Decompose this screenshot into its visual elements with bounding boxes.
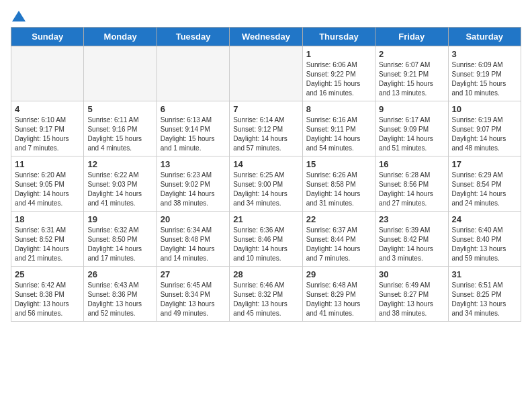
day-info: Sunrise: 6:07 AM Sunset: 9:21 PM Dayligh… [379,60,444,98]
day-cell: 18Sunrise: 6:31 AM Sunset: 8:52 PM Dayli… [11,212,84,267]
day-number: 16 [379,159,444,169]
week-row-4: 18Sunrise: 6:31 AM Sunset: 8:52 PM Dayli… [11,212,521,267]
day-number: 29 [306,269,371,279]
day-info: Sunrise: 6:43 AM Sunset: 8:36 PM Dayligh… [87,281,152,318]
day-info: Sunrise: 6:46 AM Sunset: 8:32 PM Dayligh… [233,281,298,318]
day-cell: 16Sunrise: 6:28 AM Sunset: 8:56 PM Dayli… [375,156,448,212]
header [11,11,521,19]
day-cell: 7Sunrise: 6:14 AM Sunset: 9:12 PM Daylig… [230,101,302,156]
day-info: Sunrise: 6:37 AM Sunset: 8:44 PM Dayligh… [306,226,371,263]
day-info: Sunrise: 6:48 AM Sunset: 8:29 PM Dayligh… [306,281,371,318]
day-header-monday: Monday [84,28,157,46]
logo-icon [12,11,26,21]
day-number: 19 [87,214,152,224]
day-number: 1 [306,49,371,59]
day-cell: 15Sunrise: 6:26 AM Sunset: 8:58 PM Dayli… [302,156,375,212]
day-cell [157,46,229,101]
day-number: 7 [233,104,298,114]
day-cell: 23Sunrise: 6:39 AM Sunset: 8:42 PM Dayli… [375,212,448,267]
day-header-tuesday: Tuesday [157,28,229,46]
day-info: Sunrise: 6:22 AM Sunset: 9:03 PM Dayligh… [87,171,152,208]
day-cell: 29Sunrise: 6:48 AM Sunset: 8:29 PM Dayli… [302,267,375,322]
week-row-1: 1Sunrise: 6:06 AM Sunset: 9:22 PM Daylig… [11,46,521,101]
day-cell: 4Sunrise: 6:10 AM Sunset: 9:17 PM Daylig… [11,101,84,156]
logo [11,11,26,19]
week-row-5: 25Sunrise: 6:42 AM Sunset: 8:38 PM Dayli… [11,267,521,322]
day-cell: 2Sunrise: 6:07 AM Sunset: 9:21 PM Daylig… [375,46,448,101]
day-info: Sunrise: 6:20 AM Sunset: 9:05 PM Dayligh… [15,171,80,208]
day-number: 30 [379,269,444,279]
day-info: Sunrise: 6:39 AM Sunset: 8:42 PM Dayligh… [379,226,444,263]
day-info: Sunrise: 6:26 AM Sunset: 8:58 PM Dayligh… [306,171,371,208]
day-info: Sunrise: 6:31 AM Sunset: 8:52 PM Dayligh… [15,226,80,263]
day-cell: 26Sunrise: 6:43 AM Sunset: 8:36 PM Dayli… [84,267,157,322]
day-cell: 22Sunrise: 6:37 AM Sunset: 8:44 PM Dayli… [302,212,375,267]
day-cell: 14Sunrise: 6:25 AM Sunset: 9:00 PM Dayli… [230,156,302,212]
week-row-3: 11Sunrise: 6:20 AM Sunset: 9:05 PM Dayli… [11,156,521,212]
svg-marker-0 [12,11,26,21]
day-cell: 21Sunrise: 6:36 AM Sunset: 8:46 PM Dayli… [230,212,302,267]
day-number: 6 [161,104,226,114]
day-number: 17 [452,159,517,169]
day-cell: 11Sunrise: 6:20 AM Sunset: 9:05 PM Dayli… [11,156,84,212]
day-cell: 8Sunrise: 6:16 AM Sunset: 9:11 PM Daylig… [302,101,375,156]
day-info: Sunrise: 6:36 AM Sunset: 8:46 PM Dayligh… [233,226,298,263]
day-number: 31 [452,269,517,279]
day-number: 26 [87,269,152,279]
day-info: Sunrise: 6:45 AM Sunset: 8:34 PM Dayligh… [161,281,226,318]
day-info: Sunrise: 6:32 AM Sunset: 8:50 PM Dayligh… [87,226,152,263]
day-header-wednesday: Wednesday [230,28,302,46]
day-number: 24 [452,214,517,224]
day-cell: 17Sunrise: 6:29 AM Sunset: 8:54 PM Dayli… [448,156,521,212]
day-number: 23 [379,214,444,224]
days-header-row: SundayMondayTuesdayWednesdayThursdayFrid… [11,28,521,46]
day-cell: 10Sunrise: 6:19 AM Sunset: 9:07 PM Dayli… [448,101,521,156]
day-cell: 27Sunrise: 6:45 AM Sunset: 8:34 PM Dayli… [157,267,229,322]
day-number: 12 [87,159,152,169]
day-cell: 9Sunrise: 6:17 AM Sunset: 9:09 PM Daylig… [375,101,448,156]
day-number: 27 [161,269,226,279]
day-info: Sunrise: 6:42 AM Sunset: 8:38 PM Dayligh… [15,281,80,318]
day-number: 4 [15,104,80,114]
day-number: 2 [379,49,444,59]
day-number: 20 [161,214,226,224]
day-info: Sunrise: 6:23 AM Sunset: 9:02 PM Dayligh… [161,171,226,208]
day-info: Sunrise: 6:25 AM Sunset: 9:00 PM Dayligh… [233,171,298,208]
day-number: 5 [87,104,152,114]
day-info: Sunrise: 6:49 AM Sunset: 8:27 PM Dayligh… [379,281,444,318]
day-info: Sunrise: 6:29 AM Sunset: 8:54 PM Dayligh… [452,171,517,208]
day-info: Sunrise: 6:51 AM Sunset: 8:25 PM Dayligh… [452,281,517,318]
day-number: 11 [15,159,80,169]
day-header-saturday: Saturday [448,28,521,46]
day-header-friday: Friday [375,28,448,46]
calendar-table: SundayMondayTuesdayWednesdayThursdayFrid… [11,27,521,322]
day-cell: 13Sunrise: 6:23 AM Sunset: 9:02 PM Dayli… [157,156,229,212]
day-number: 10 [452,104,517,114]
day-info: Sunrise: 6:34 AM Sunset: 8:48 PM Dayligh… [161,226,226,263]
day-cell [11,46,84,101]
day-info: Sunrise: 6:13 AM Sunset: 9:14 PM Dayligh… [161,116,226,153]
day-info: Sunrise: 6:09 AM Sunset: 9:19 PM Dayligh… [452,60,517,98]
day-cell: 25Sunrise: 6:42 AM Sunset: 8:38 PM Dayli… [11,267,84,322]
day-cell [84,46,157,101]
day-number: 8 [306,104,371,114]
day-cell: 31Sunrise: 6:51 AM Sunset: 8:25 PM Dayli… [448,267,521,322]
day-number: 15 [306,159,371,169]
day-cell: 20Sunrise: 6:34 AM Sunset: 8:48 PM Dayli… [157,212,229,267]
day-number: 22 [306,214,371,224]
week-row-2: 4Sunrise: 6:10 AM Sunset: 9:17 PM Daylig… [11,101,521,156]
day-number: 9 [379,104,444,114]
day-header-thursday: Thursday [302,28,375,46]
day-info: Sunrise: 6:10 AM Sunset: 9:17 PM Dayligh… [15,116,80,153]
day-number: 25 [15,269,80,279]
day-info: Sunrise: 6:11 AM Sunset: 9:16 PM Dayligh… [87,116,152,153]
day-cell: 24Sunrise: 6:40 AM Sunset: 8:40 PM Dayli… [448,212,521,267]
day-number: 13 [161,159,226,169]
day-number: 28 [233,269,298,279]
day-info: Sunrise: 6:19 AM Sunset: 9:07 PM Dayligh… [452,116,517,153]
day-info: Sunrise: 6:14 AM Sunset: 9:12 PM Dayligh… [233,116,298,153]
day-cell: 3Sunrise: 6:09 AM Sunset: 9:19 PM Daylig… [448,46,521,101]
day-number: 21 [233,214,298,224]
day-info: Sunrise: 6:16 AM Sunset: 9:11 PM Dayligh… [306,116,371,153]
day-info: Sunrise: 6:17 AM Sunset: 9:09 PM Dayligh… [379,116,444,153]
